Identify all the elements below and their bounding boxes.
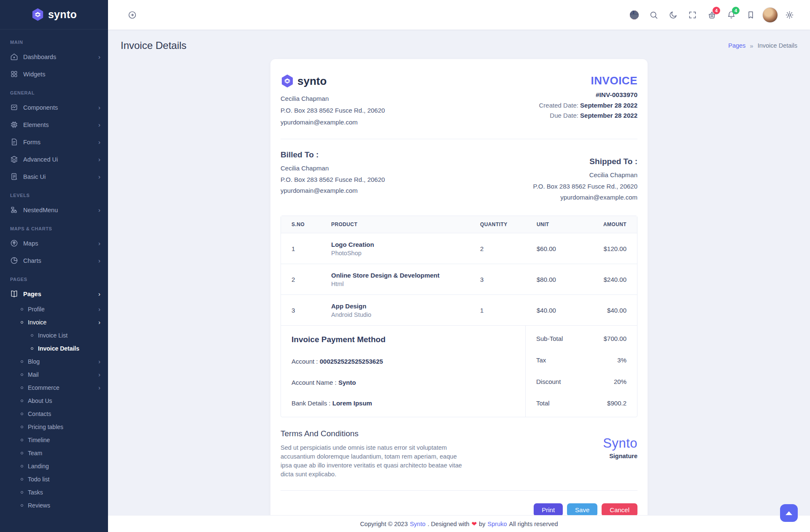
sidebar-subitem-blog[interactable]: Blog› <box>0 355 108 368</box>
sidebar-item-dashboards[interactable]: Dashboards› <box>0 48 108 65</box>
sidebar-item-advanced-ui[interactable]: Advanced Ui› <box>0 151 108 168</box>
account-name-value: Synto <box>338 379 356 386</box>
us-flag-icon <box>630 11 639 19</box>
bullet-icon <box>21 504 23 507</box>
footer-designer-link[interactable]: Spruko <box>488 521 507 527</box>
sidebar-subitem-mail[interactable]: Mail› <box>0 368 108 381</box>
sidebar-subitem-profile[interactable]: Profile› <box>0 302 108 316</box>
sidebar-subitem-todo-list[interactable]: Todo list <box>0 473 108 486</box>
invoice-company-address: Cecilia Chapman P.O. Box 283 8562 Fusce … <box>281 93 385 128</box>
save-button[interactable]: Save <box>567 503 597 515</box>
table-row: 3 App Design Android Studio 1 $40.00 $40… <box>281 295 637 326</box>
search-button[interactable] <box>644 5 663 24</box>
col-header-quantity: QUANTITY <box>480 221 537 227</box>
scroll-to-top-button[interactable] <box>780 504 798 522</box>
bank-details-label: Bank Details : <box>292 400 331 407</box>
chevron-right-icon: › <box>98 306 100 313</box>
profile-menu[interactable] <box>760 5 780 24</box>
chevron-right-icon: › <box>98 257 100 264</box>
bullet-icon <box>21 491 23 494</box>
sidebar-item-forms[interactable]: Forms› <box>0 133 108 151</box>
product-name: App Design <box>331 302 480 310</box>
sidebar-item-components[interactable]: Components› <box>0 99 108 116</box>
sidebar-item-charts[interactable]: Charts› <box>0 252 108 269</box>
created-date-label: Created Date: <box>539 102 578 109</box>
payment-method-block: Invoice Payment Method Account : 0002525… <box>281 326 525 417</box>
subtotal-row: Sub-Total$700.00 <box>536 335 626 342</box>
dark-mode-button[interactable] <box>663 5 683 24</box>
due-date-label: Due Date: <box>550 112 578 119</box>
cart-button[interactable]: 4 <box>702 5 721 24</box>
notifications-button[interactable]: 4 <box>721 5 741 24</box>
signature-label: Signature <box>603 453 637 459</box>
sidebar-item-widgets[interactable]: Widgets <box>0 65 108 83</box>
pie-chart-icon <box>10 257 18 265</box>
tax-row: Tax3% <box>536 356 626 364</box>
bullet-icon <box>21 373 23 376</box>
sidebar: synto MAIN Dashboards› Widgets GENERAL C… <box>0 0 108 532</box>
sidebar-subitem-timeline[interactable]: Timeline <box>0 433 108 446</box>
cell-unit: $80.00 <box>537 276 600 283</box>
sidebar-subitem-invoice-list[interactable]: Invoice List <box>0 329 108 342</box>
brand-name: synto <box>48 8 77 21</box>
billing-shipping-section: Billed To : Cecilia Chapman P.O. Box 283… <box>281 150 637 203</box>
invoice-due-date: Due Date: September 28 2022 <box>539 112 637 119</box>
sidebar-subitem-about-us[interactable]: About Us <box>0 394 108 407</box>
sidebar-item-label: Advanced Ui <box>23 156 93 163</box>
sidebar-subitem-pricing-tables[interactable]: Pricing tables <box>0 420 108 433</box>
bullet-icon <box>21 400 23 402</box>
sidebar-toggle-button[interactable] <box>122 5 142 24</box>
footer-brand-link[interactable]: Synto <box>410 521 425 527</box>
notifications-badge: 4 <box>732 7 740 14</box>
sidebar-item-maps[interactable]: Maps› <box>0 235 108 252</box>
product-name: Logo Creation <box>331 241 480 248</box>
synto-logo-icon <box>31 8 44 21</box>
sidebar-item-elements[interactable]: Elements› <box>0 116 108 133</box>
cell-quantity: 2 <box>480 245 537 252</box>
section-label-general: GENERAL <box>0 83 108 99</box>
cell-unit: $60.00 <box>537 245 600 252</box>
bullet-icon <box>21 413 23 415</box>
sidebar-item-label: Elements <box>23 122 93 128</box>
invoice-created-date: Created Date: September 28 2022 <box>539 102 637 109</box>
billed-to-address: P.O. Box 283 8562 Fusce Rd., 20620 <box>281 174 385 185</box>
cell-product: Logo Creation PhotoShop <box>331 241 480 257</box>
sidebar-logo[interactable]: synto <box>0 0 108 30</box>
cell-amount: $120.00 <box>600 245 626 252</box>
bookmark-button[interactable] <box>741 5 760 24</box>
chevron-right-icon: › <box>98 122 100 128</box>
invoice-meta: INVOICE #INV-0033970 Created Date: Septe… <box>539 74 637 128</box>
chevron-right-icon: › <box>98 291 100 297</box>
sidebar-subitem-ecommerce[interactable]: Ecommerce› <box>0 381 108 394</box>
invoice-number: #INV-0033970 <box>539 91 637 99</box>
sidebar-subitem-invoice-details[interactable]: Invoice Details <box>0 342 108 355</box>
invoice-brand: synto <box>281 74 385 88</box>
payment-bank-details: Bank Details : Lorem Ipsum <box>292 400 515 407</box>
sidebar-subitem-tasks[interactable]: Tasks <box>0 486 108 499</box>
breadcrumb-pages-link[interactable]: Pages <box>728 42 745 49</box>
sidebar-subitem-invoice[interactable]: Invoice› <box>0 316 108 329</box>
sidebar-item-pages[interactable]: Pages› <box>0 285 108 302</box>
gear-icon <box>785 11 794 19</box>
invoice-brand-name: synto <box>297 75 327 88</box>
cell-amount: $240.00 <box>600 276 626 283</box>
bullet-icon <box>31 334 33 337</box>
sidebar-item-nestedmenu[interactable]: NestedMenu› <box>0 201 108 219</box>
language-flag-button[interactable] <box>624 5 644 24</box>
print-button[interactable]: Print <box>534 503 563 515</box>
bullet-icon <box>21 308 23 311</box>
sidebar-item-basic-ui[interactable]: Basic Ui› <box>0 168 108 185</box>
top-header: 4 4 <box>108 0 810 30</box>
subitem-label: Invoice <box>28 319 94 326</box>
sidebar-subitem-contacts[interactable]: Contacts <box>0 407 108 420</box>
subitem-label: Blog <box>28 358 94 365</box>
heart-icon: ❤ <box>472 520 477 528</box>
fullscreen-button[interactable] <box>683 5 702 24</box>
settings-button[interactable] <box>780 5 799 24</box>
sidebar-subitem-team[interactable]: Team <box>0 446 108 459</box>
map-pin-icon <box>10 239 18 247</box>
cancel-button[interactable]: Cancel <box>602 503 637 515</box>
sidebar-subitem-reviews[interactable]: Reviews <box>0 499 108 512</box>
totals-block: Sub-Total$700.00 Tax3% Discount20% Total… <box>525 326 637 417</box>
sidebar-subitem-landing[interactable]: Landing <box>0 459 108 473</box>
